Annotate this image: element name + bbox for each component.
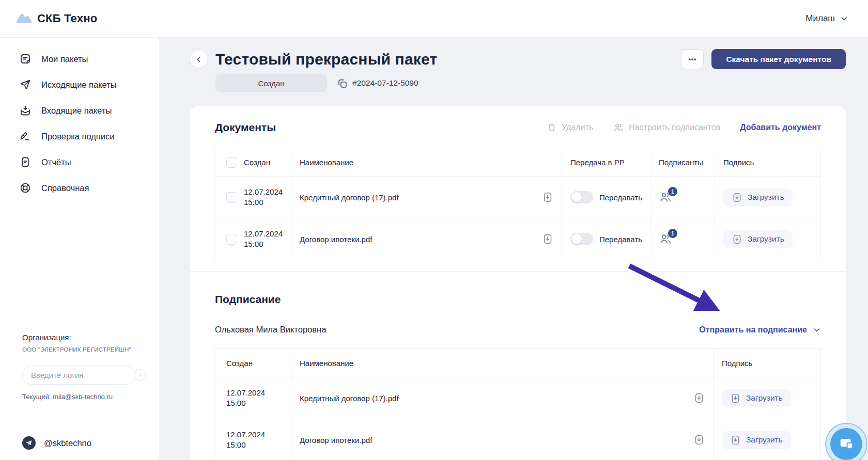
row-checkbox[interactable]	[226, 192, 237, 203]
sidebar-item-incoming-packages[interactable]: Входящие пакеты	[0, 98, 159, 123]
file-download-icon	[732, 192, 742, 203]
sidebar-item-reports[interactable]: Отчёты	[0, 149, 159, 175]
arrow-right-icon	[136, 372, 143, 378]
package-id-value: #2024-07-12-5090	[352, 78, 419, 88]
sidebar-item-label: Справочная	[41, 183, 89, 193]
signers-indicator[interactable]: 1	[659, 232, 672, 246]
main-content: Тестовый прекрасный пакет ••• Скачать па…	[159, 38, 868, 460]
signing-row: 12.07.2024 15:00 Кредитный договор (17).…	[215, 377, 820, 419]
chat-widget-button[interactable]	[825, 423, 867, 460]
documents-table-header: Создан Наименование Передача в РР Подпис…	[215, 148, 820, 176]
page-header: Тестовый прекрасный пакет ••• Скачать па…	[190, 49, 846, 69]
documents-header: Документы Удалить Наст	[215, 121, 821, 134]
document-row: 12.07.2024 15:00 Договор ипотеки.pdf Пер…	[215, 218, 820, 260]
sidebar-item-help[interactable]: Справочная	[0, 175, 159, 201]
package-card: Документы Удалить Наст	[190, 106, 846, 460]
document-name: Кредитный договор (17).pdf	[300, 394, 399, 403]
sidebar-item-outgoing-packages[interactable]: Исходящие пакеты	[0, 72, 159, 98]
user-menu[interactable]: Милаш	[805, 13, 848, 24]
sidebar-item-label: Проверка подписи	[41, 132, 114, 141]
configure-signers-action[interactable]: Настроить подписантов	[613, 122, 720, 133]
user-menu-label: Милаш	[805, 13, 835, 24]
col-name: Наименование	[300, 359, 353, 368]
sidebar-item-label: Исходящие пакеты	[41, 80, 117, 90]
document-name: Кредитный договор (17).pdf	[300, 193, 399, 202]
created-cell: 12.07.2024 15:00	[244, 229, 283, 250]
document-name: Договор ипотеки.pdf	[300, 235, 372, 244]
my-packages-icon	[19, 53, 32, 65]
organization-label: Организация:	[22, 333, 136, 342]
configure-signers-label: Настроить подписантов	[629, 123, 720, 132]
col-signature: Подпись	[722, 359, 752, 368]
file-download-icon[interactable]	[693, 392, 705, 404]
signers-count-badge: 1	[668, 187, 677, 196]
documents-table: Создан Наименование Передача в РР Подпис…	[215, 148, 821, 260]
upload-signature-label: Загрузить	[746, 393, 783, 403]
signing-table: Создан Наименование Подпись 12.07.2024 1…	[215, 348, 821, 460]
login-box	[22, 366, 136, 385]
send-to-sign-link[interactable]: Отправить на подписание	[699, 325, 821, 335]
documents-heading: Документы	[215, 121, 276, 134]
created-cell: 12.07.2024 15:00	[226, 430, 265, 451]
login-input[interactable]	[31, 371, 134, 379]
transfer-toggle[interactable]	[570, 233, 593, 245]
brand-name: СКБ Техно	[37, 12, 97, 25]
delete-label: Удалить	[562, 123, 593, 132]
file-download-icon	[730, 393, 741, 404]
col-signers: Подписанты	[659, 158, 703, 167]
trash-icon	[547, 122, 557, 133]
telegram-icon	[22, 436, 36, 450]
incoming-packages-icon	[19, 104, 32, 117]
upload-signature-label: Загрузить	[748, 234, 784, 244]
document-name: Договор ипотеки.pdf	[300, 436, 372, 445]
cloud-logo-icon	[16, 12, 32, 25]
file-download-icon[interactable]	[542, 192, 553, 203]
file-download-icon[interactable]	[542, 233, 553, 245]
chat-icon	[830, 428, 862, 460]
col-name: Наименование	[300, 158, 353, 167]
upload-signature-button[interactable]: Загрузить	[722, 389, 791, 407]
more-button[interactable]: •••	[681, 49, 704, 69]
sidebar-item-label: Отчёты	[41, 157, 71, 167]
transfer-toggle[interactable]	[570, 191, 593, 203]
col-created: Создан	[244, 158, 270, 167]
status-badge: Создан	[215, 74, 327, 92]
select-all-checkbox[interactable]	[226, 157, 237, 168]
signers-indicator[interactable]: 1	[659, 191, 672, 204]
chevron-down-icon	[840, 14, 848, 23]
chevron-left-icon	[195, 55, 203, 64]
signing-table-header: Создан Наименование Подпись	[215, 349, 820, 377]
file-download-icon[interactable]	[693, 434, 705, 446]
documents-actions: Удалить Настроить подписантов Добавить д…	[547, 122, 821, 133]
add-document-action[interactable]: Добавить документ	[740, 123, 821, 132]
sidebar-item-my-packages[interactable]: Мои пакеты	[0, 46, 159, 72]
users-icon	[613, 122, 624, 133]
upload-signature-button[interactable]: Загрузить	[723, 188, 793, 207]
chevron-down-icon	[813, 326, 821, 334]
created-cell: 12.07.2024 15:00	[244, 187, 283, 208]
row-checkbox[interactable]	[226, 234, 237, 245]
sidebar-item-label: Входящие пакеты	[41, 106, 112, 116]
delete-action[interactable]: Удалить	[547, 122, 593, 133]
page-title: Тестовый прекрасный пакет	[215, 51, 437, 68]
telegram-link[interactable]: @skbtechno	[22, 436, 136, 450]
top-bar: СКБ Техно Милаш	[0, 0, 868, 38]
download-package-button[interactable]: Скачать пакет документов	[711, 49, 846, 69]
sidebar-divider	[22, 421, 136, 421]
outgoing-packages-icon	[19, 78, 32, 91]
sidebar-item-signature-check[interactable]: Проверка подписи	[0, 123, 159, 149]
header-actions: ••• Скачать пакет документов	[681, 49, 846, 69]
package-id[interactable]: #2024-07-12-5090	[337, 78, 419, 89]
signature-check-icon	[19, 130, 32, 142]
signing-heading: Подписание	[215, 293, 821, 306]
signers-count-badge: 1	[668, 229, 677, 238]
signer-row: Ольховая Мила Викторовна Отправить на по…	[215, 325, 821, 335]
upload-signature-button[interactable]: Загрузить	[722, 431, 791, 449]
help-icon	[19, 182, 32, 194]
file-download-icon	[732, 234, 742, 245]
upload-signature-button[interactable]: Загрузить	[723, 230, 793, 248]
section-divider	[190, 271, 846, 272]
login-submit-button[interactable]	[134, 369, 146, 381]
col-transfer: Передача в РР	[570, 158, 625, 167]
back-button[interactable]	[190, 51, 207, 68]
